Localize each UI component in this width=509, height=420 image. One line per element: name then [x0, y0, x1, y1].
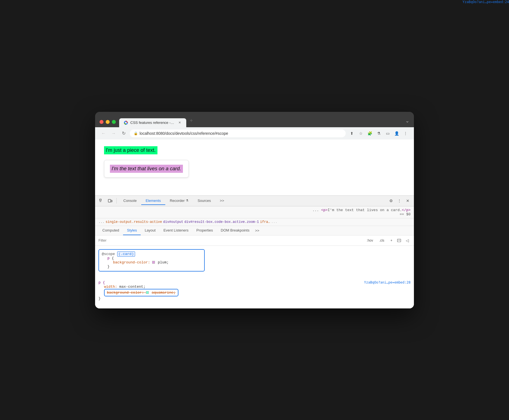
- inspect-element-icon[interactable]: [97, 197, 105, 205]
- sidebar-icon[interactable]: ▭: [384, 129, 392, 137]
- svg-rect-6: [397, 239, 401, 242]
- devtools-settings-icon[interactable]: ⚙: [387, 197, 395, 205]
- address-bar: ← → ↻ 🔒 localhost:8080/docs/devtools/css…: [95, 127, 414, 140]
- styles-tabs-more[interactable]: >>: [253, 226, 261, 235]
- tab-properties[interactable]: Properties: [192, 226, 217, 235]
- lock-icon: 🔒: [134, 131, 138, 135]
- title-bar: CSS features reference - Chro… ✕ + ⌄: [95, 112, 414, 127]
- tab-favicon: [124, 121, 128, 125]
- scope-at-rule-line: @scope (.card): [102, 252, 201, 256]
- tab-styles[interactable]: Styles: [123, 226, 141, 235]
- aquamarine-color-swatch[interactable]: [146, 291, 149, 294]
- open-brace: {: [112, 256, 114, 260]
- toolbar-separator: [116, 198, 117, 204]
- plum-color-swatch[interactable]: [152, 261, 155, 264]
- back-button[interactable]: ←: [100, 129, 107, 137]
- breadcrumb-content: I'm the text that lives on a card.: [328, 208, 402, 212]
- add-class-button[interactable]: +: [388, 237, 395, 244]
- reload-button[interactable]: ↻: [120, 129, 128, 137]
- breadcrumb-dots: ...: [312, 208, 319, 212]
- devtools-close-icon[interactable]: ✕: [404, 197, 412, 205]
- filter-input[interactable]: [98, 238, 362, 242]
- device-mode-icon[interactable]: [106, 197, 114, 205]
- devtools-more-icon[interactable]: ⋮: [395, 197, 403, 205]
- tab-recorder[interactable]: Recorder ⚗: [165, 197, 193, 205]
- p-selector: p: [107, 256, 112, 260]
- p-close-brace: }: [98, 296, 101, 301]
- tab-layout[interactable]: Layout: [141, 226, 159, 235]
- cls-filter-button[interactable]: .cls: [377, 237, 387, 244]
- filter-bar: :hov .cls + ◁: [95, 235, 414, 246]
- aquamarine-swatch-container: [146, 291, 152, 295]
- svg-rect-5: [111, 200, 112, 202]
- tab-close-button[interactable]: ✕: [177, 121, 182, 125]
- scope-rule-container: @scope (.card) p { background-color: plu…: [98, 249, 411, 276]
- tab-dom-breakpoints[interactable]: DOM Breakpoints: [217, 226, 253, 235]
- share-icon[interactable]: ⬆: [348, 129, 356, 137]
- tabs-row: CSS features reference - Chro… ✕ + ⌄: [119, 115, 409, 127]
- breadcrumb-tag: <p>: [321, 208, 327, 212]
- dom-segment-3[interactable]: div#result-box.code-box.active.zoom-1: [184, 220, 259, 224]
- scope-selector-highlight[interactable]: (.card): [117, 251, 135, 257]
- width-value: max-content;: [119, 285, 146, 289]
- dom-segment-2[interactable]: div#output: [163, 220, 183, 224]
- toggle-sidebar-icon[interactable]: ◁: [404, 237, 411, 244]
- forward-button[interactable]: →: [110, 129, 117, 137]
- recorder-icon: ⚗: [186, 199, 188, 202]
- url-text: localhost:8080/docs/devtools/css/referen…: [140, 131, 342, 136]
- p-rule-link[interactable]: YzaBqOo?ani…pe=embed:28: [364, 280, 411, 284]
- svg-rect-4: [108, 199, 111, 202]
- scope-rule-box: @scope (.card) p { background-color: plu…: [98, 249, 205, 272]
- maximize-button[interactable]: [112, 120, 116, 124]
- plum-value: plum;: [158, 260, 169, 265]
- tab-title: CSS features reference - Chro…: [130, 121, 175, 125]
- tab-menu-button[interactable]: ⌄: [405, 118, 409, 127]
- bg-color-property: background-color:: [113, 260, 150, 265]
- browser-menu-icon[interactable]: ⋮: [402, 129, 409, 137]
- overridden-bg-value: aquamarine;: [152, 291, 176, 295]
- p-rule-header: p { YzaBqOo?ani…pe=embed:28: [98, 280, 411, 285]
- devtools-panel: Console Elements Recorder ⚗ Sources >> ⚙: [95, 195, 414, 308]
- tab-console[interactable]: Console: [119, 197, 141, 205]
- dom-path: ... single-output.results-active div#out…: [95, 218, 414, 226]
- tab-event-listeners[interactable]: Event Listeners: [159, 226, 192, 235]
- bookmark-icon[interactable]: ☆: [357, 129, 365, 137]
- elements-breadcrumb: ... <p>I'm the text that lives on a card…: [95, 206, 414, 218]
- dom-segment-4[interactable]: ifra…: [260, 220, 270, 224]
- minimize-button[interactable]: [106, 120, 110, 124]
- p-rule-container: p { YzaBqOo?ani…pe=embed:28 width: max-c…: [98, 280, 411, 301]
- browser-window: CSS features reference - Chro… ✕ + ⌄ ← →…: [95, 112, 414, 308]
- traffic-lights: [100, 120, 116, 127]
- new-style-rule-icon[interactable]: [396, 237, 403, 244]
- page-content: I'm just a piece of text. I'm the text t…: [95, 140, 414, 195]
- devtools-toolbar-right: ⚙ ⋮ ✕: [387, 197, 412, 205]
- dom-segment-1[interactable]: single-output.results-active: [106, 220, 162, 224]
- profile-icon[interactable]: 👤: [393, 129, 400, 137]
- address-actions: ⬆ ☆ 🧩 ⚗ ▭ 👤 ⋮: [348, 129, 409, 137]
- tab-sources[interactable]: Sources: [193, 197, 215, 205]
- width-property: width:: [104, 285, 119, 289]
- dom-path-end: ...: [271, 220, 277, 224]
- filter-actions: :hov .cls + ◁: [364, 237, 411, 244]
- url-bar[interactable]: 🔒 localhost:8080/docs/devtools/css/refer…: [130, 129, 346, 137]
- flask-icon[interactable]: ⚗: [375, 129, 383, 137]
- devtools-toolbar: Console Elements Recorder ⚗ Sources >> ⚙: [95, 196, 414, 206]
- close-button[interactable]: [100, 120, 103, 124]
- extension-icon[interactable]: 🧩: [366, 129, 374, 137]
- breadcrumb-eq: == $0: [400, 212, 411, 216]
- inner-close-brace: }: [107, 265, 110, 269]
- dom-path-dots: ...: [98, 220, 105, 224]
- tab-computed[interactable]: Computed: [98, 226, 123, 235]
- active-tab[interactable]: CSS features reference - Chro… ✕: [119, 118, 186, 127]
- hov-filter-button[interactable]: :hov: [364, 237, 376, 244]
- plum-swatch[interactable]: [152, 260, 158, 265]
- tab-more[interactable]: >>: [215, 197, 228, 205]
- card-container: I'm the text that lives on a card.: [104, 160, 189, 178]
- scope-inner-selector: p {: [102, 256, 201, 260]
- new-tab-button[interactable]: +: [186, 115, 196, 127]
- devtools-tabs: Console Elements Recorder ⚗ Sources >>: [119, 197, 386, 205]
- p-selector-2: p {: [98, 280, 105, 285]
- tab-elements[interactable]: Elements: [141, 197, 165, 205]
- styles-tabs: Computed Styles Layout Event Listeners P…: [95, 226, 414, 235]
- at-keyword: @scope: [102, 252, 117, 256]
